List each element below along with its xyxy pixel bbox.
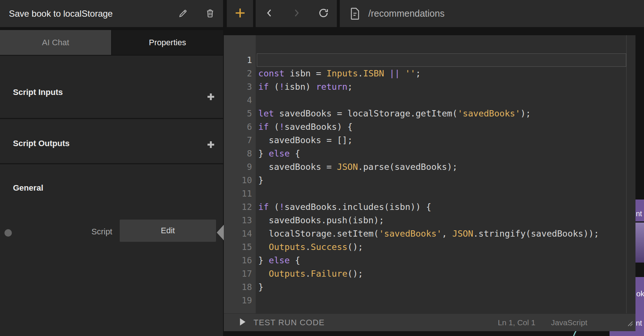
test-run-button[interactable]: TEST RUN CODE bbox=[239, 318, 325, 327]
code-line[interactable]: 15 Outputs.Success(); bbox=[224, 240, 635, 254]
line-number: 6 bbox=[224, 120, 252, 134]
code-line-text: savedBooks = JSON.parse(savedBooks); bbox=[258, 160, 458, 174]
code-line-text: } else { bbox=[258, 254, 300, 267]
test-run-label: TEST RUN CODE bbox=[253, 318, 325, 327]
panel-tabs: AI Chat Properties bbox=[0, 30, 223, 55]
code-line[interactable]: 19 bbox=[224, 294, 635, 307]
code-editor-popover: 12const isbn = Inputs.ISBN || '';3if (!i… bbox=[224, 35, 635, 331]
binding-dot[interactable] bbox=[4, 229, 12, 237]
script-inputs-heading: Script Inputs bbox=[13, 88, 63, 97]
line-number: 11 bbox=[224, 187, 252, 200]
code-line-text: if (!isbn) return; bbox=[258, 80, 353, 93]
line-number: 10 bbox=[224, 174, 252, 187]
flow-node-label-fragment: ok bbox=[636, 289, 644, 298]
code-line-text: let savedBooks = localStorage.getItem('s… bbox=[258, 107, 531, 120]
code-line-text: Outputs.Success(); bbox=[258, 240, 363, 254]
code-line[interactable]: 4 bbox=[224, 93, 635, 107]
scrollbar-track[interactable] bbox=[626, 35, 627, 313]
code-line-text: } else { bbox=[258, 147, 300, 160]
code-line-text: savedBooks.push(isbn); bbox=[258, 214, 384, 227]
toolbar-url-segment: /recommendations bbox=[340, 0, 644, 27]
code-line-text: if (!savedBooks.includes(isbn)) { bbox=[258, 200, 431, 214]
code-line[interactable]: 3if (!isbn) return; bbox=[224, 80, 635, 93]
action-title: Save book to localStorage bbox=[9, 9, 113, 19]
code-line[interactable]: 7 savedBooks = []; bbox=[224, 134, 635, 147]
code-line[interactable]: 5let savedBooks = localStorage.getItem('… bbox=[224, 107, 635, 120]
add-script-input-button[interactable] bbox=[206, 92, 216, 102]
line-number: 16 bbox=[224, 254, 252, 267]
code-line[interactable]: 9 savedBooks = JSON.parse(savedBooks); bbox=[224, 160, 635, 174]
line-number: 2 bbox=[224, 67, 252, 80]
line-number: 9 bbox=[224, 160, 252, 174]
code-line[interactable]: 10} bbox=[224, 174, 635, 187]
line-number: 5 bbox=[224, 107, 252, 120]
refresh-icon bbox=[318, 8, 329, 19]
panel-header: Save book to localStorage bbox=[0, 0, 223, 27]
code-line-text: Outputs.Failure(); bbox=[258, 267, 363, 280]
tab-properties[interactable]: Properties bbox=[112, 30, 223, 55]
toolbar-add-segment bbox=[227, 0, 253, 27]
refresh-button[interactable] bbox=[315, 6, 332, 22]
line-number: 19 bbox=[224, 294, 252, 307]
code-editor[interactable]: 12const isbn = Inputs.ISBN || '';3if (!i… bbox=[224, 53, 635, 307]
delete-button[interactable] bbox=[204, 7, 216, 20]
flow-node-label-fragment: nt bbox=[636, 319, 642, 327]
code-line[interactable]: 11 bbox=[224, 187, 635, 200]
properties-sections: Script Inputs Script Outputs General Scr… bbox=[0, 56, 223, 336]
edit-script-button[interactable]: Edit bbox=[120, 220, 216, 242]
line-number: 15 bbox=[224, 240, 252, 254]
toolbar-nav-segment bbox=[256, 0, 337, 27]
page-icon bbox=[350, 7, 360, 20]
line-number: 13 bbox=[224, 214, 252, 227]
code-line[interactable]: 13 savedBooks.push(isbn); bbox=[224, 214, 635, 227]
line-number: 8 bbox=[224, 147, 252, 160]
line-number: 4 bbox=[224, 93, 252, 107]
code-line[interactable]: 17 Outputs.Failure(); bbox=[224, 267, 635, 280]
chevron-left-icon bbox=[265, 8, 274, 19]
code-line-text: const isbn = Inputs.ISBN || ''; bbox=[258, 67, 421, 80]
line-number: 3 bbox=[224, 80, 252, 93]
line-number: 12 bbox=[224, 200, 252, 214]
code-line[interactable]: 8} else { bbox=[224, 147, 635, 160]
line-number: 17 bbox=[224, 267, 252, 280]
language-indicator[interactable]: JavaScript bbox=[551, 318, 587, 327]
code-line-text: if (!savedBooks) { bbox=[258, 120, 353, 134]
trash-icon bbox=[205, 8, 215, 20]
add-script-output-button[interactable] bbox=[206, 140, 216, 150]
code-line-text: } bbox=[258, 174, 263, 187]
resize-handle-icon[interactable] bbox=[626, 319, 633, 328]
code-line[interactable]: 12if (!savedBooks.includes(isbn)) { bbox=[224, 200, 635, 214]
plus-icon bbox=[206, 92, 215, 102]
editor-status-bar: TEST RUN CODE Ln 1, Col 1 JavaScript bbox=[224, 313, 635, 331]
line-number: 18 bbox=[224, 280, 252, 294]
play-icon bbox=[239, 318, 246, 327]
rename-button[interactable] bbox=[177, 7, 189, 20]
code-line-text: savedBooks = []; bbox=[258, 134, 353, 147]
chevron-right-icon bbox=[292, 8, 301, 19]
code-line[interactable]: 2const isbn = Inputs.ISBN || ''; bbox=[224, 67, 635, 80]
back-button[interactable] bbox=[261, 6, 278, 22]
page-path[interactable]: /recommendations bbox=[368, 8, 445, 19]
plus-icon bbox=[234, 7, 246, 20]
code-line[interactable]: 6if (!savedBooks) { bbox=[224, 120, 635, 134]
script-outputs-heading: Script Outputs bbox=[13, 139, 70, 148]
section-divider bbox=[0, 163, 223, 164]
tab-ai-chat[interactable]: AI Chat bbox=[0, 30, 111, 55]
action-editor-panel: Save book to localStorage AI Chat Proper… bbox=[0, 0, 223, 336]
cursor-position: Ln 1, Col 1 bbox=[498, 318, 535, 327]
line-number: 7 bbox=[224, 134, 252, 147]
line-number: 14 bbox=[224, 227, 252, 240]
pencil-icon bbox=[178, 8, 188, 20]
add-page-button[interactable] bbox=[232, 6, 248, 22]
script-field-label: Script bbox=[37, 227, 112, 237]
code-line[interactable]: 14 localStorage.setItem('savedBooks', JS… bbox=[224, 227, 635, 240]
code-line[interactable]: 16} else { bbox=[224, 254, 635, 267]
line-number: 1 bbox=[224, 53, 252, 67]
code-line[interactable]: 1 bbox=[224, 53, 635, 67]
popover-arrow bbox=[217, 225, 224, 240]
code-line-text: } bbox=[258, 280, 263, 294]
plus-icon bbox=[206, 140, 215, 150]
code-line[interactable]: 18} bbox=[224, 280, 635, 294]
section-divider bbox=[0, 118, 223, 119]
forward-button[interactable] bbox=[288, 6, 305, 22]
